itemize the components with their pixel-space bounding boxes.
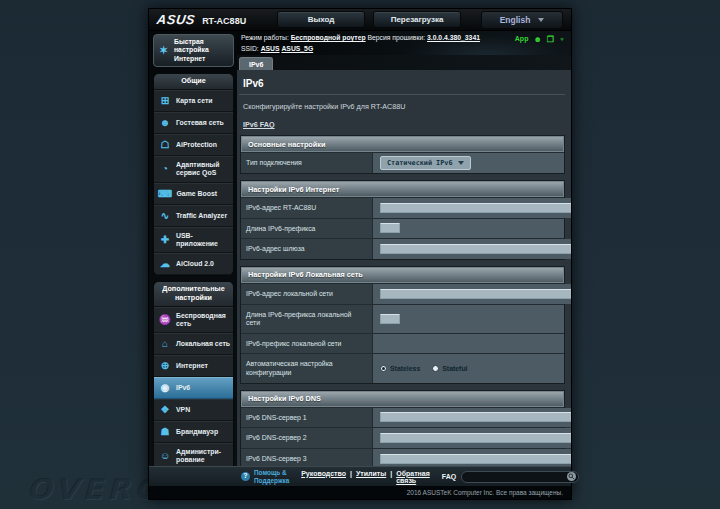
radio-stateless[interactable]: Stateless [380,365,420,372]
logout-button[interactable]: Выход [277,11,365,28]
sidebar-item-traffic-analyzer[interactable]: ∿ Traffic Analyzer [154,205,233,227]
ipv6-prefix-length-input[interactable] [380,223,400,233]
copyright-text: 2016 ASUSTeK Computer Inc. Все права защ… [149,486,571,499]
app-link[interactable]: App [515,35,529,42]
language-select[interactable]: English [481,11,563,29]
puzzle-icon: ✚ [158,234,172,246]
sidebar-item-aicloud[interactable]: ☁ AiCloud 2.0 [154,253,233,275]
sidebar-item-quick-setup[interactable]: ✶ Быстрая настройка Интернет [153,34,234,67]
faq-search-input[interactable] [461,471,579,483]
ipv6-address-input[interactable] [380,203,571,213]
sidebar-item-game-boost[interactable]: ⌨ Game Boost [154,183,233,205]
firmware-version-link[interactable]: 3.0.0.4.380_3341 [427,34,480,41]
sidebar-item-ipv6[interactable]: ◉ IPv6 [154,377,233,399]
sidebar-group-title: Дополнительные настройки [154,282,233,306]
footer-bar: ? Помощь & Поддержка Руководство | Утили… [149,466,571,486]
lan-prefix-length-input[interactable] [380,314,400,324]
radio-stateful[interactable]: Stateful [432,365,467,372]
section-basic-config: Основные настройки Тип подключения Стати… [240,135,565,174]
ipv6-faq-link[interactable]: IPv6 FAQ [239,120,279,135]
row-label: Длина IPv6-префикса локальной сети [241,305,373,333]
tab-ipv6[interactable]: IPv6 [239,57,273,70]
traffic-chart-icon: ∿ [158,210,172,222]
cloud-icon: ☁ [158,258,172,270]
globe-icon: ⊕ [158,360,172,372]
sidebar-item-wireless[interactable]: ♒ Беспроводная сеть [154,307,233,334]
manual-link[interactable]: Руководство [301,470,346,484]
sidebar-item-label: VPN [176,406,190,414]
dns-server-3-input[interactable] [380,454,571,464]
separator: | [350,470,352,484]
sidebar-item-aiprotection[interactable]: ☖ AiProtection [154,134,233,156]
help-label-line1: Помощь & [254,469,287,476]
ssid-5g-link[interactable]: ASUS_5G [281,45,313,52]
row-label: Длина IPv6-префикса [241,219,373,239]
printer-icon[interactable]: ❐ [547,35,554,44]
gamepad-icon: ⌨ [158,188,172,200]
utilities-link[interactable]: Утилиты [356,470,386,484]
vpn-icon: ❖ [158,404,172,416]
sidebar-item-label: Traffic Analyzer [176,212,227,220]
sidebar-item-firewall[interactable]: ☗ Брандмауэр [154,421,233,443]
sidebar-item-administration[interactable]: ☺ Администри- рование [154,443,233,466]
table-row: IPv6-адрес RT-AC88U [241,197,564,218]
ssid-label: SSID: [241,45,259,52]
auto-config-radio-group: Stateless Stateful [380,365,468,372]
ssid-24g-link[interactable]: ASUS [261,45,280,52]
sidebar-item-label: Локальная сеть [176,340,230,348]
sidebar-item-label: Беспроводная сеть [176,312,231,329]
sidebar-item-label: Адаптивный сервис QoS [176,161,231,178]
usb-icon[interactable]: ♆ [559,35,565,44]
section-header: Настройки IPv6 Интернет [241,181,564,197]
row-label: IPv6 DNS-сервер 2 [241,428,373,448]
help-label-line2: Поддержка [254,477,289,484]
clients-icon[interactable]: ☻ [533,35,541,44]
sidebar-item-vpn[interactable]: ❖ VPN [154,399,233,421]
tab-strip: IPv6 [237,55,571,70]
asus-logo: ASUS [156,12,196,27]
radio-label: Stateful [442,365,467,372]
ipv6-gateway-input[interactable] [380,244,571,254]
wifi-icon: ♒ [158,314,172,326]
sidebar-item-usb-application[interactable]: ✚ USB-приложение [154,227,233,254]
network-map-icon: ⊞ [158,95,172,107]
row-label: IPv6-префикс локальной сети [241,334,373,354]
radio-label: Stateless [390,365,420,372]
help-support-link[interactable]: ? Помощь & Поддержка [241,469,289,484]
table-row: IPv6-адрес шлюза [241,238,564,259]
row-label: IPv6 DNS-сервер 3 [241,449,373,466]
dns-server-1-input[interactable] [380,412,571,422]
sidebar-item-label: USB-приложение [176,232,231,249]
sidebar-item-lan[interactable]: ⌂ Локальная сеть [154,333,233,355]
operation-mode-link[interactable]: Беспроводной роутер [291,34,366,41]
row-label: IPv6-адрес локальной сети [241,284,373,304]
sidebar-item-guest-network[interactable]: ☻ Гостевая сеть [154,112,233,134]
connection-type-select[interactable]: Статический IPv6 [380,156,471,170]
reboot-button[interactable]: Перезагрузка [373,11,461,28]
quick-setup-label: Быстрая настройка Интернет [174,38,231,63]
status-info-bar: Режим работы: Беспроводной роутер Версия… [237,31,571,55]
search-icon[interactable] [567,472,576,481]
language-label: English [500,15,531,25]
sidebar-item-adaptive-qos[interactable]: ◔ Адаптивный сервис QoS [154,156,233,183]
main-content: IPv6 Сконфигурируйте настройки IPv6 для … [237,70,571,466]
dns-server-2-input[interactable] [380,433,571,443]
gauge-icon: ◔ [158,163,172,175]
radio-button-icon [432,365,439,372]
page-title: IPv6 [239,72,565,95]
section-header: Настройки IPv6 Локальная сеть [241,267,564,283]
lan-ipv6-address-input[interactable] [380,289,571,299]
sidebar-item-label: Интернет [176,362,208,370]
sidebar-item-label: Гостевая сеть [176,119,224,127]
admin-person-icon: ☺ [158,450,172,462]
sidebar-item-label: AiProtection [176,141,217,149]
section-ipv6-dns: Настройки IPv6 DNS IPv6 DNS-сервер 1 IPv… [240,390,565,466]
feedback-link[interactable]: Обратная связь [396,470,430,484]
sidebar-group-advanced: Дополнительные настройки ♒ Беспроводная … [153,281,234,466]
sidebar-item-network-map[interactable]: ⊞ Карта сети [154,90,233,112]
sidebar-item-label: Game Boost [176,190,217,198]
section-ipv6-lan: Настройки IPv6 Локальная сеть IPv6-адрес… [240,266,565,384]
sidebar-item-wan[interactable]: ⊕ Интернет [154,355,233,377]
row-label: Автоматическая настройка конфигурации [241,354,373,382]
chevron-down-icon [458,161,464,165]
